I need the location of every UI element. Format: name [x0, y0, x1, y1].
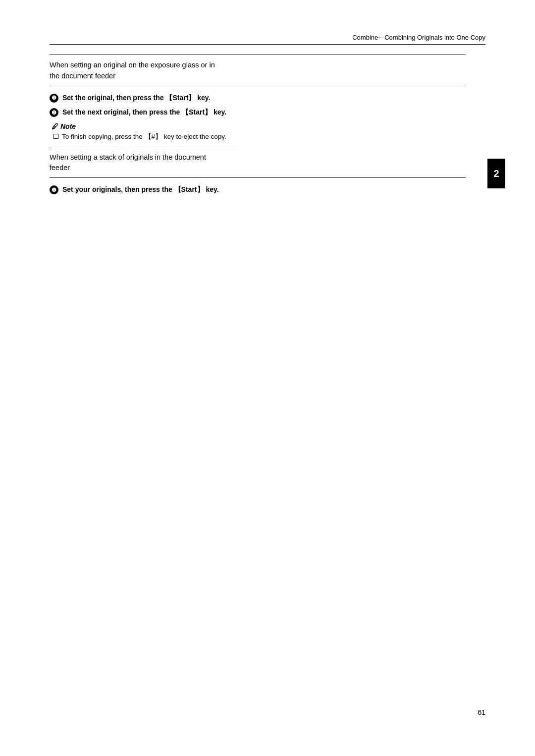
page-header: Combine—Combining Originals into One Cop…: [50, 34, 485, 45]
chapter-tab: 2: [487, 159, 505, 188]
step1-row: ❶ Set the original, then press the 【Star…: [50, 93, 238, 103]
main-content: When setting an original on the exposure…: [50, 55, 466, 200]
note-section: Note To finish copying, press the 【#】 ke…: [50, 122, 238, 142]
top-divider: [50, 55, 466, 55]
step3-number: ❶: [52, 187, 56, 193]
note-text: To finish copying, press the 【#】 key to …: [62, 132, 226, 142]
step2-row: ❷ Set the next original, then press the …: [50, 108, 238, 117]
step3-circle: ❶: [50, 185, 58, 194]
note-checkbox-icon: [54, 134, 58, 139]
page-number: 61: [478, 708, 485, 716]
mid-divider: [50, 147, 238, 147]
step2-number: ❷: [52, 110, 56, 116]
chapter-number: 2: [493, 168, 499, 179]
section2-divider: [50, 177, 466, 178]
step3-row: ❶ Set your originals, then press the 【St…: [50, 185, 238, 195]
step3-text: Set your originals, then press the 【Star…: [62, 185, 219, 195]
note-title: Note: [52, 122, 238, 130]
step1-number: ❶: [52, 95, 56, 101]
step2-circle: ❷: [50, 108, 58, 117]
note-item: To finish copying, press the 【#】 key to …: [52, 132, 238, 142]
step1-circle: ❶: [50, 94, 58, 103]
section1-label: When setting an original on the exposure…: [50, 60, 218, 82]
section2-label: When setting a stack of originals in the…: [50, 152, 218, 174]
header-title: Combine—Combining Originals into One Cop…: [352, 34, 485, 41]
step1-text: Set the original, then press the 【Start】…: [62, 93, 211, 103]
section1-divider: [50, 86, 466, 86]
step2-text: Set the next original, then press the 【S…: [62, 108, 226, 117]
